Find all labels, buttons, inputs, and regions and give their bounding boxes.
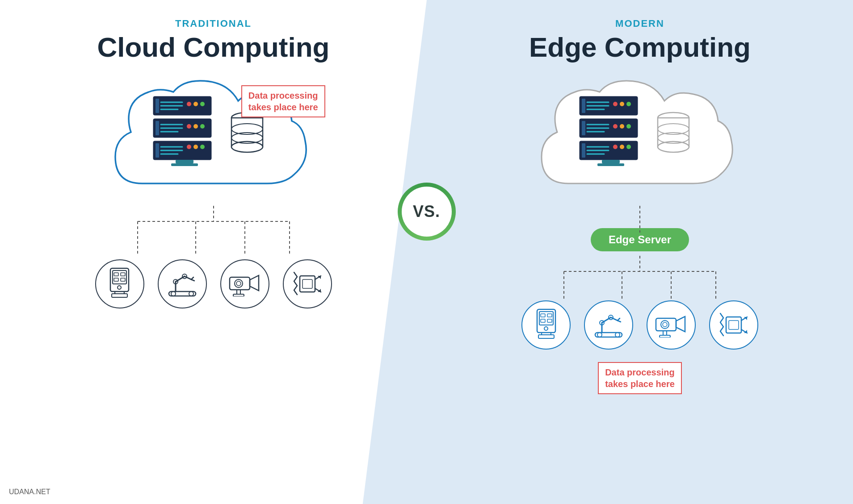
- svg-rect-44: [114, 278, 118, 281]
- svg-rect-68: [303, 279, 312, 288]
- svg-point-48: [189, 292, 193, 296]
- svg-rect-138: [729, 321, 739, 329]
- svg-rect-127: [656, 318, 676, 331]
- right-data-label-line2: takes place here: [605, 378, 675, 390]
- svg-rect-112: [541, 314, 545, 317]
- svg-point-83: [620, 124, 624, 129]
- svg-point-84: [626, 124, 631, 129]
- svg-point-91: [620, 145, 624, 149]
- svg-rect-9: [155, 121, 159, 135]
- kiosk-icon-right: [532, 308, 561, 342]
- svg-point-59: [235, 279, 243, 287]
- svg-rect-46: [169, 292, 196, 296]
- svg-rect-114: [541, 319, 545, 322]
- vs-text: VS.: [413, 202, 440, 221]
- svg-rect-25: [171, 163, 198, 166]
- svg-line-51: [176, 276, 185, 282]
- svg-point-39: [118, 286, 121, 289]
- left-device-robot: [158, 259, 207, 308]
- camera-icon-right: [655, 313, 687, 337]
- svg-rect-42: [114, 273, 118, 276]
- right-database: [656, 109, 691, 158]
- svg-point-6: [193, 102, 198, 106]
- right-data-label: Data processing takes place here: [598, 362, 682, 394]
- cloud-to-edge-svg: [533, 206, 747, 233]
- svg-rect-43: [121, 273, 125, 276]
- svg-line-126: [618, 321, 621, 322]
- left-connection-lines: [106, 206, 321, 259]
- svg-point-129: [661, 321, 669, 329]
- svg-rect-1: [155, 99, 159, 113]
- right-content: MODERN Edge Computing: [427, 0, 853, 504]
- left-device-camera: [220, 259, 269, 308]
- svg-point-75: [620, 102, 624, 106]
- svg-point-118: [615, 333, 620, 337]
- svg-point-109: [544, 327, 548, 330]
- svg-rect-41: [112, 294, 127, 297]
- right-device-robot: [584, 300, 633, 350]
- content-wrapper: TRADITIONAL Cloud Computing: [0, 0, 853, 504]
- svg-point-60: [236, 281, 241, 286]
- svg-line-121: [602, 317, 611, 323]
- svg-point-76: [626, 102, 631, 106]
- right-cloud-to-edge-line: [533, 206, 747, 233]
- camera-icon: [229, 272, 261, 296]
- svg-point-5: [187, 102, 191, 106]
- svg-rect-93: [602, 160, 620, 163]
- svg-rect-62: [233, 294, 244, 296]
- svg-rect-78: [582, 121, 585, 135]
- svg-point-23: [200, 145, 205, 149]
- right-subtitle: MODERN: [615, 18, 664, 29]
- right-data-label-line1: Data processing: [605, 367, 675, 378]
- svg-rect-63: [300, 276, 315, 292]
- svg-marker-58: [250, 275, 259, 291]
- vs-circle-inner: VS.: [402, 187, 452, 237]
- svg-point-90: [613, 145, 618, 149]
- svg-rect-107: [537, 309, 555, 333]
- svg-point-130: [663, 322, 667, 327]
- right-cloud-container: [533, 76, 747, 201]
- svg-rect-131: [663, 331, 667, 335]
- right-connection-lines: [533, 256, 747, 300]
- edge-server-label: Edge Server: [609, 233, 671, 246]
- svg-point-13: [187, 124, 191, 129]
- right-title: Edge Computing: [529, 31, 751, 63]
- svg-point-92: [626, 145, 631, 149]
- svg-rect-94: [597, 163, 624, 166]
- left-subtitle: TRADITIONAL: [175, 18, 252, 29]
- svg-rect-133: [726, 317, 741, 333]
- right-devices-row: [521, 300, 758, 350]
- right-device-kiosk: [521, 300, 571, 350]
- right-server-rack: [575, 94, 647, 172]
- svg-point-82: [613, 124, 618, 129]
- svg-rect-115: [547, 319, 552, 322]
- industrial-icon-right: [718, 309, 749, 341]
- robot-icon-right: [593, 309, 624, 341]
- left-data-label-line2: takes place here: [248, 101, 318, 113]
- robot-icon: [167, 268, 198, 300]
- left-devices-row: [95, 259, 332, 308]
- right-dashed-lines: [533, 256, 747, 300]
- kiosk-icon: [105, 267, 134, 301]
- svg-rect-116: [595, 333, 622, 337]
- industrial-icon: [292, 268, 323, 300]
- left-data-label: Data processing takes place here: [241, 85, 325, 117]
- svg-rect-132: [660, 335, 670, 337]
- svg-point-22: [193, 145, 198, 149]
- svg-point-21: [187, 145, 191, 149]
- vs-circle-outer: VS.: [398, 183, 456, 241]
- svg-rect-24: [176, 160, 193, 163]
- svg-rect-111: [538, 335, 554, 338]
- right-device-camera: [647, 300, 696, 350]
- svg-rect-37: [110, 268, 129, 292]
- svg-rect-57: [230, 277, 250, 290]
- right-data-label-container: Data processing takes place here: [598, 358, 682, 394]
- svg-rect-17: [155, 143, 159, 158]
- left-server-rack: [149, 94, 220, 172]
- right-device-industrial: [709, 300, 758, 350]
- left-device-industrial: [283, 259, 332, 308]
- svg-marker-128: [676, 317, 685, 332]
- svg-point-7: [200, 102, 205, 106]
- svg-rect-113: [547, 314, 552, 317]
- svg-point-14: [193, 124, 198, 129]
